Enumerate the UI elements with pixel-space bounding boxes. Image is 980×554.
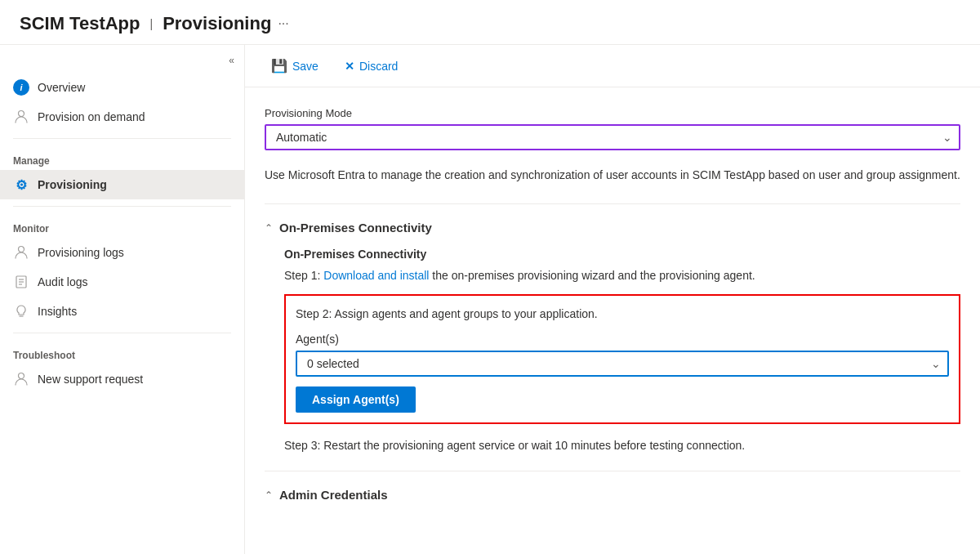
admin-credentials-section: ⌃ Admin Credentials bbox=[265, 488, 960, 502]
audit-icon bbox=[13, 274, 29, 290]
chevron-up-icon-2: ⌃ bbox=[265, 489, 273, 501]
provisioning-mode-label: Provisioning Mode bbox=[265, 107, 960, 119]
on-premises-section-header[interactable]: ⌃ On-Premises Connectivity bbox=[265, 221, 960, 235]
sidebar-section-manage: Manage bbox=[0, 145, 244, 170]
agents-select[interactable]: 0 selected bbox=[296, 351, 949, 377]
sidebar-divider-troubleshoot bbox=[13, 333, 231, 333]
section-divider-1 bbox=[265, 203, 960, 204]
agents-select-wrapper: 0 selected ⌄ bbox=[296, 351, 949, 377]
agents-label: Agent(s) bbox=[296, 333, 949, 346]
on-premises-content: On-Premises Connectivity Step 1: Downloa… bbox=[265, 248, 960, 454]
gear-icon: ⚙ bbox=[13, 176, 29, 193]
sidebar-label-provision-on-demand: Provision on demand bbox=[38, 110, 145, 123]
info-icon: i bbox=[13, 79, 29, 96]
sidebar-collapse-btn[interactable]: « bbox=[0, 51, 244, 73]
on-premises-subtitle: On-Premises Connectivity bbox=[284, 248, 960, 261]
step3-text: Step 3: Restart the provisioning agent s… bbox=[284, 437, 960, 454]
admin-credentials-section-header[interactable]: ⌃ Admin Credentials bbox=[265, 488, 960, 502]
chevron-up-icon: ⌃ bbox=[265, 222, 273, 234]
sidebar-label-provisioning-logs: Provisioning logs bbox=[38, 246, 124, 259]
sidebar-label-new-support-request: New support request bbox=[38, 373, 143, 386]
provisioning-mode-select-wrapper: Automatic Manual ⌄ bbox=[265, 124, 960, 150]
toolbar: 💾 Save ✕ Discard bbox=[245, 45, 980, 87]
on-premises-section: ⌃ On-Premises Connectivity On-Premises C… bbox=[265, 221, 960, 454]
list-icon bbox=[13, 244, 29, 261]
step2-highlighted-box: Step 2: Assign agents and agent groups t… bbox=[284, 294, 960, 424]
header-separator: | bbox=[149, 17, 153, 30]
sidebar-section-monitor: Monitor bbox=[0, 213, 244, 238]
save-label: Save bbox=[292, 60, 318, 73]
main-layout: « i Overview Provision on demand Manage … bbox=[0, 45, 980, 554]
sidebar-label-provisioning: Provisioning bbox=[38, 178, 107, 191]
sidebar-item-insights[interactable]: Insights bbox=[0, 297, 244, 326]
svg-point-7 bbox=[19, 373, 24, 379]
svg-point-1 bbox=[19, 247, 24, 252]
sidebar-item-provision-on-demand[interactable]: Provision on demand bbox=[0, 102, 244, 132]
provisioning-mode-select[interactable]: Automatic Manual bbox=[265, 124, 960, 150]
collapse-icon[interactable]: « bbox=[229, 55, 234, 66]
save-icon: 💾 bbox=[271, 58, 287, 74]
sidebar-item-overview[interactable]: i Overview bbox=[0, 73, 244, 102]
support-icon bbox=[13, 371, 29, 387]
close-icon: ✕ bbox=[345, 60, 354, 73]
discard-button[interactable]: ✕ Discard bbox=[338, 56, 404, 76]
discard-label: Discard bbox=[359, 60, 398, 73]
content-area: 💾 Save ✕ Discard Provisioning Mode Autom… bbox=[245, 45, 980, 554]
form-content: Provisioning Mode Automatic Manual ⌄ Use… bbox=[245, 87, 980, 534]
sidebar-label-insights: Insights bbox=[38, 305, 77, 318]
sidebar-item-audit-logs[interactable]: Audit logs bbox=[0, 267, 244, 297]
assign-agents-label: Assign Agent(s) bbox=[312, 393, 399, 406]
on-premises-section-title: On-Premises Connectivity bbox=[279, 221, 432, 235]
person-icon bbox=[13, 109, 29, 125]
sidebar: « i Overview Provision on demand Manage … bbox=[0, 45, 245, 554]
sidebar-item-provisioning[interactable]: ⚙ Provisioning bbox=[0, 170, 244, 199]
provisioning-mode-field: Provisioning Mode Automatic Manual ⌄ bbox=[265, 107, 960, 150]
header-title: SCIM TestApp | Provisioning ··· bbox=[20, 13, 960, 34]
section-divider-2 bbox=[265, 471, 960, 471]
sidebar-label-audit-logs: Audit logs bbox=[38, 275, 87, 288]
header-ellipsis[interactable]: ··· bbox=[278, 16, 288, 31]
step1-prefix: Step 1: bbox=[284, 269, 323, 282]
step1-link[interactable]: Download and install bbox=[323, 269, 429, 282]
description-text: Use Microsoft Entra to manage the creati… bbox=[265, 167, 960, 184]
sidebar-item-provisioning-logs[interactable]: Provisioning logs bbox=[0, 238, 244, 267]
lightbulb-icon bbox=[13, 303, 29, 319]
sidebar-divider-monitor bbox=[13, 206, 231, 207]
save-button[interactable]: 💾 Save bbox=[265, 55, 325, 77]
step1-text: Step 1: Download and install the on-prem… bbox=[284, 267, 960, 284]
assign-agents-button[interactable]: Assign Agent(s) bbox=[296, 386, 416, 413]
header: SCIM TestApp | Provisioning ··· bbox=[0, 0, 980, 45]
svg-point-0 bbox=[19, 111, 24, 117]
sidebar-section-troubleshoot: Troubleshoot bbox=[0, 340, 244, 364]
app-name: SCIM TestApp bbox=[20, 13, 140, 34]
sidebar-item-new-support-request[interactable]: New support request bbox=[0, 364, 244, 394]
page-title: Provisioning bbox=[163, 13, 271, 34]
step2-title: Step 2: Assign agents and agent groups t… bbox=[296, 306, 949, 323]
sidebar-divider-manage bbox=[13, 138, 231, 139]
admin-credentials-title: Admin Credentials bbox=[279, 488, 388, 502]
step1-suffix: the on-premises provisioning wizard and … bbox=[429, 269, 755, 282]
sidebar-label-overview: Overview bbox=[38, 81, 85, 94]
